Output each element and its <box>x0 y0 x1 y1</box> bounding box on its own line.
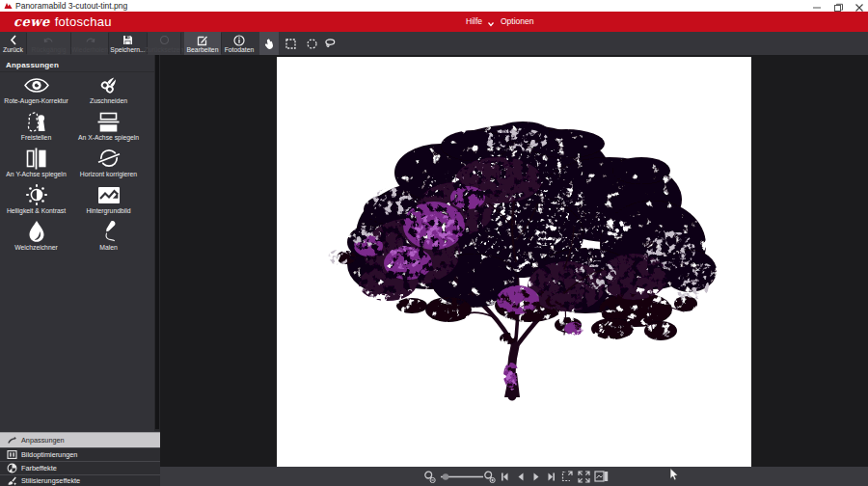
reset-button: Zurücksetzen <box>148 32 180 55</box>
tool-label: An Y-Achse spiegeln <box>6 170 66 178</box>
back-button[interactable]: Zurück <box>0 32 26 55</box>
hand-tool-button[interactable] <box>259 32 279 55</box>
compare-view-icon[interactable] <box>593 470 609 483</box>
menu-hilfe[interactable]: Hilfe <box>466 12 482 32</box>
tool-label: Malen <box>99 243 118 252</box>
image-optimize-icon <box>7 449 17 460</box>
reset-circle-icon <box>159 34 170 46</box>
restore-button[interactable] <box>829 0 847 12</box>
editor-background <box>160 55 868 467</box>
toolbar-button-label: Zurücksetzen <box>145 46 184 54</box>
toolbar-button-label: Fotodaten <box>225 46 255 54</box>
stylize-effects-icon <box>7 475 17 486</box>
last-image-icon[interactable] <box>545 470 557 483</box>
brand-logo: cewe fotoschau <box>14 12 112 32</box>
tool-label: An X-Achse spiegeln <box>78 133 139 142</box>
water-drop-icon <box>28 220 45 243</box>
tool-label: Freistellen <box>21 133 51 142</box>
edit-button[interactable]: Bearbeiten <box>184 32 221 55</box>
main-toolbar: Zurück Rückgängig Wiederholen Speichern.… <box>0 32 868 55</box>
rect-select-button[interactable] <box>281 32 301 55</box>
app-icon <box>4 2 13 10</box>
chevron-down-icon[interactable] <box>487 20 495 28</box>
tool-weichzeichner[interactable]: Weichzeichner <box>0 220 72 252</box>
toolbar-separator <box>180 33 181 54</box>
lasso-select-icon <box>324 32 336 55</box>
next-image-icon[interactable] <box>529 470 542 483</box>
toolbar-button-label: Wiederholen <box>71 46 108 54</box>
tool-an-y-achse-spiegeln[interactable]: An Y-Achse spiegeln <box>0 147 72 178</box>
adjust-tool-icon <box>7 435 17 446</box>
toolbar-button-label: Bearbeiten <box>187 46 219 54</box>
section-label: Bildoptimierungen <box>21 450 77 459</box>
lasso-select-button[interactable] <box>319 32 339 55</box>
sidebar-panel: Anpassungen Rote-Augen-Korrektur <box>0 55 160 486</box>
hand-tool-icon <box>264 32 275 55</box>
tool-label: Rote-Augen-Korrektur <box>4 96 68 105</box>
toolbar-button-label: Speichern... <box>110 46 145 54</box>
undo-arrow-icon <box>42 34 55 46</box>
zoom-out-icon[interactable] <box>422 470 436 483</box>
info-circle-icon <box>233 34 245 46</box>
tool-label: Zuschneiden <box>90 96 127 105</box>
zoom-in-icon[interactable] <box>482 470 496 483</box>
save-floppy-icon <box>122 34 133 46</box>
tool-malen[interactable]: Malen <box>72 220 145 252</box>
brand-plain-text: fotoschau <box>55 14 112 29</box>
tool-helligkeit-kontrast[interactable]: Helligkeit & Kontrast <box>0 183 72 215</box>
color-effects-icon <box>7 463 17 473</box>
eye-icon <box>24 73 49 96</box>
window-title: Panoramabild 3-cutout-tint.png <box>15 0 127 12</box>
rect-select-icon <box>285 32 296 55</box>
zoom-slider[interactable] <box>439 470 485 483</box>
tool-zuschneiden[interactable]: Zuschneiden <box>72 73 145 105</box>
section-label: Anpassungen <box>21 436 65 445</box>
menu-optionen[interactable]: Optionen <box>501 12 534 32</box>
section-farbeffekte[interactable]: Farbeffekte <box>0 461 160 474</box>
section-label: Stilisierungseffekte <box>21 476 80 485</box>
original-size-icon[interactable] <box>560 470 574 483</box>
brand-header <box>0 12 868 32</box>
section-stilisierungseffekte[interactable]: Stilisierungseffekte <box>0 474 160 486</box>
section-anpassungen[interactable]: Anpassungen <box>0 432 160 447</box>
photo-data-button[interactable]: Fotodaten <box>222 32 257 55</box>
brand-script-text: cewe <box>14 14 50 29</box>
undo-button: Rückgängig <box>27 32 70 55</box>
chevron-left-icon <box>9 34 18 46</box>
tool-rote-augen-korrektur[interactable]: Rote-Augen-Korrektur <box>0 73 72 105</box>
toolbar-button-label: Zurück <box>3 46 23 54</box>
status-bar <box>160 467 868 486</box>
tool-freistellen[interactable]: Freistellen <box>0 110 72 142</box>
first-image-icon[interactable] <box>499 470 511 483</box>
redo-arrow-icon <box>84 34 96 46</box>
tool-label: Weichzeichner <box>14 243 57 252</box>
minimize-button[interactable] <box>808 0 826 12</box>
tool-label: Horizont korrigieren <box>80 170 137 178</box>
photo-canvas[interactable] <box>277 57 751 467</box>
scissors-icon <box>98 73 120 96</box>
flip-vertical-icon <box>26 147 46 170</box>
tool-label: Hintergrundbild <box>86 206 130 215</box>
sidebar-panel-title: Anpassungen <box>6 61 59 69</box>
window-titlebar <box>0 0 868 12</box>
sidebar-scrollbar-thumb[interactable] <box>155 55 159 429</box>
flip-horizontal-icon <box>97 110 120 133</box>
tool-hintergrundbild[interactable]: Hintergrundbild <box>72 183 145 215</box>
previous-image-icon[interactable] <box>514 470 527 483</box>
mouse-cursor <box>669 468 679 481</box>
tool-horizont-korrigieren[interactable]: Horizont korrigieren <box>72 147 145 178</box>
tool-label: Helligkeit & Kontrast <box>7 206 66 215</box>
fit-window-icon[interactable] <box>577 470 590 483</box>
background-image-icon <box>97 183 121 206</box>
close-button[interactable] <box>851 0 868 12</box>
save-button[interactable]: Speichern... <box>109 32 147 55</box>
brightness-contrast-icon <box>25 183 48 206</box>
pen-icon <box>98 220 120 243</box>
redo-button: Wiederholen <box>71 32 108 55</box>
section-label: Farbeffekte <box>21 464 57 472</box>
cutout-person-icon <box>26 110 47 133</box>
toolbar-button-label: Rückgängig <box>32 46 67 54</box>
horizon-circle-icon <box>97 147 121 170</box>
section-bildoptimierungen[interactable]: Bildoptimierungen <box>0 447 160 461</box>
tool-an-x-achse-spiegeln[interactable]: An X-Achse spiegeln <box>72 110 145 142</box>
